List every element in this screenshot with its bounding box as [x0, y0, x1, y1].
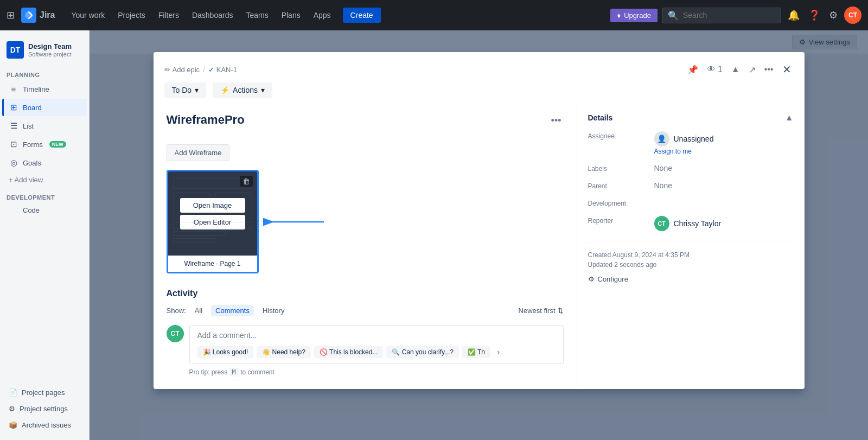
status-label: To Do: [172, 86, 192, 94]
pro-tip-prefix: Pro tip: press: [189, 368, 228, 376]
sidebar-item-label-project-settings: Project settings: [20, 405, 68, 413]
search-input[interactable]: [683, 11, 775, 20]
details-collapse-icon[interactable]: ▲: [785, 113, 794, 123]
sidebar-item-list[interactable]: ☰ List: [2, 117, 87, 135]
activity-section: Activity Show: All Comments History Newe…: [167, 289, 564, 376]
settings-icon[interactable]: ⚙: [827, 7, 840, 23]
configure-icon: ⚙: [588, 275, 595, 283]
filter-all-button[interactable]: All: [190, 305, 207, 316]
add-view-button[interactable]: + Add view: [2, 173, 87, 187]
filter-comments-button[interactable]: Comments: [211, 305, 254, 316]
filter-history-button[interactable]: History: [258, 305, 289, 316]
more-options-icon-btn[interactable]: •••: [762, 62, 776, 76]
labels-label: Labels: [588, 164, 648, 173]
svg-rect-2: [173, 193, 210, 219]
assignee-avatar: 👤: [654, 131, 669, 146]
updated-text: Updated 2 seconds ago: [588, 261, 794, 269]
quick-btn-more[interactable]: ›: [494, 346, 503, 358]
add-wireframe-button[interactable]: Add Wireframe: [167, 144, 230, 161]
status-button[interactable]: To Do ▾: [164, 82, 207, 98]
watch-count: 1: [718, 65, 723, 74]
notifications-icon[interactable]: 🔔: [786, 7, 802, 23]
sidebar-item-label-archived-issues: Archived issues: [22, 421, 71, 429]
commenter-avatar: CT: [167, 325, 184, 342]
nav-teams[interactable]: Teams: [240, 8, 273, 23]
sort-label: Newest first: [519, 307, 556, 315]
quick-btn-looks-good[interactable]: 🎉 Looks good!: [197, 346, 254, 358]
labels-row: Labels None: [588, 164, 794, 173]
nav-projects[interactable]: Projects: [112, 8, 151, 23]
comment-input-box[interactable]: Add a comment... 🎉 Looks good! 👋 Need he…: [189, 325, 564, 364]
jira-logo-icon: [21, 8, 36, 23]
sidebar-item-forms[interactable]: ⊡ Forms NEW: [2, 136, 87, 153]
search-icon: 🔍: [668, 10, 679, 21]
modal-close-button[interactable]: ✕: [780, 61, 794, 78]
task-id-label: KAN-1: [216, 66, 237, 74]
board-icon: ⊞: [9, 103, 18, 112]
activity-show-row: Show: All Comments History Newest first …: [167, 305, 564, 316]
sidebar-item-project-settings[interactable]: ⚙ Project settings: [2, 401, 87, 417]
quick-btn-clarify[interactable]: 🔍 Can you clarify...?: [386, 346, 458, 358]
sidebar-item-label-timeline: Timeline: [23, 85, 49, 93]
sidebar-item-board[interactable]: ⊞ Board: [2, 99, 87, 116]
wireframe-arrow: [259, 215, 329, 228]
configure-button[interactable]: ⚙ Configure: [588, 275, 794, 283]
reporter-label: Reporter: [588, 216, 648, 225]
sidebar-item-project-pages[interactable]: 📄 Project pages: [2, 385, 87, 400]
share-icon-btn[interactable]: ↗: [746, 62, 758, 77]
pin-icon-btn[interactable]: 📌: [685, 62, 700, 77]
quick-btn-blocked[interactable]: 🚫 This is blocked...: [314, 346, 383, 358]
quick-btn-need-help[interactable]: 👋 Need help?: [257, 346, 311, 358]
upgrade-button[interactable]: ♦ Upgrade: [610, 9, 658, 22]
svg-rect-5: [173, 232, 225, 236]
create-button[interactable]: Create: [343, 8, 381, 23]
watch-icon-btn[interactable]: 👁 1: [705, 62, 725, 76]
upgrade-label: Upgrade: [624, 11, 651, 20]
sidebar-item-label-goals: Goals: [23, 159, 41, 167]
nav-logo[interactable]: Jira: [21, 8, 55, 23]
modal-overlay[interactable]: ✏ Add epic / ✓ KAN-1 📌 👁 1: [90, 30, 868, 440]
modal-header-actions: 📌 👁 1 ▲ ↗ ••• ✕: [685, 61, 794, 78]
add-view-label: + Add view: [9, 176, 43, 184]
nav-dashboards[interactable]: Dashboards: [187, 8, 239, 23]
user-avatar[interactable]: CT: [844, 7, 861, 24]
sidebar-item-goals[interactable]: ◎ Goals: [2, 154, 87, 171]
help-icon[interactable]: ❓: [806, 7, 822, 23]
pro-tip-key: M: [229, 368, 239, 377]
modal-menu-icon-btn[interactable]: •••: [549, 113, 564, 129]
assignee-row: Assignee 👤 Unassigned Assign to me: [588, 131, 794, 155]
reporter-name: Chrissy Taylor: [674, 219, 722, 228]
actions-button[interactable]: ⚡ Actions ▾: [213, 82, 272, 98]
activity-sort-button[interactable]: Newest first ⇅: [519, 307, 564, 315]
project-type: Software project: [28, 51, 72, 58]
add-epic-breadcrumb[interactable]: ✏ Add epic: [164, 66, 200, 74]
search-box[interactable]: 🔍: [662, 8, 781, 23]
nav-apps[interactable]: Apps: [308, 8, 336, 23]
comment-placeholder: Add a comment...: [197, 331, 556, 340]
task-id-breadcrumb[interactable]: ✓ KAN-1: [208, 66, 237, 74]
sidebar-item-code[interactable]: Code: [2, 202, 87, 218]
nav-filters[interactable]: Filters: [153, 8, 184, 23]
reporter-row: Reporter CT Chrissy Taylor: [588, 216, 794, 231]
sidebar-item-timeline[interactable]: ≡ Timeline: [2, 81, 87, 98]
archived-icon: 📦: [9, 421, 17, 429]
vote-icon-btn[interactable]: ▲: [729, 62, 742, 76]
details-title: Details: [588, 113, 613, 122]
sidebar-item-label-board: Board: [23, 104, 42, 112]
modal-dialog: ✏ Add epic / ✓ KAN-1 📌 👁 1: [154, 52, 805, 389]
nav-plans[interactable]: Plans: [276, 8, 306, 23]
nav-your-work[interactable]: Your work: [66, 8, 110, 23]
quick-btn-th[interactable]: ✅ Th: [462, 346, 490, 358]
project-info: Design Team Software project: [28, 42, 72, 58]
add-epic-label: Add epic: [173, 66, 200, 74]
pro-tip-text: Pro tip: press M to comment: [167, 368, 564, 376]
sidebar-item-label-list: List: [23, 122, 34, 130]
assign-to-me-link[interactable]: Assign to me: [654, 148, 714, 155]
pencil-icon: ✏: [164, 66, 170, 74]
assignee-value-container: 👤 Unassigned Assign to me: [654, 131, 714, 155]
project-settings-icon: ⚙: [9, 405, 15, 413]
sidebar-item-archived-issues[interactable]: 📦 Archived issues: [2, 417, 87, 433]
parent-label: Parent: [588, 181, 648, 190]
wireframe-card-1[interactable]: 🗑 Open Image Open Editor: [167, 170, 259, 273]
grid-icon[interactable]: ⊞: [7, 9, 15, 21]
